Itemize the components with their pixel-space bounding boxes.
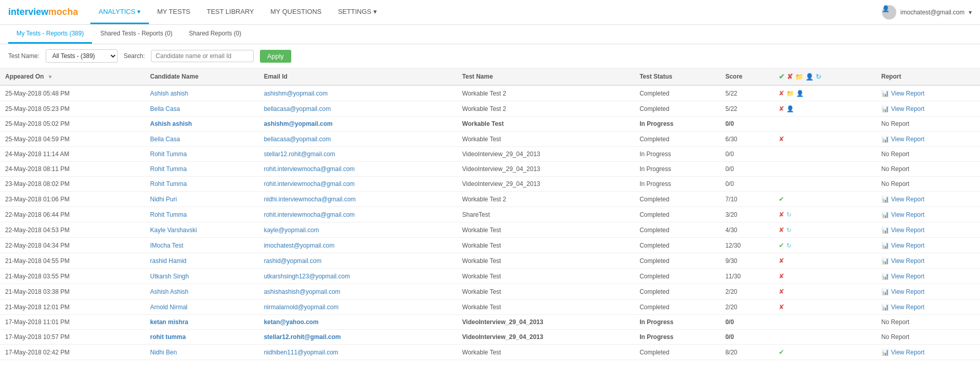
view-report-link[interactable]: 📊 View Report: [881, 105, 975, 112]
cell-candidate-name[interactable]: Rohit Tumma: [145, 177, 258, 192]
cell-report[interactable]: 📊 View Report: [876, 253, 980, 269]
candidate-name-link[interactable]: Rohit Tumma: [150, 165, 186, 173]
candidate-name-link[interactable]: Rohit Tumma: [150, 211, 186, 218]
view-report-link[interactable]: 📊 View Report: [881, 196, 975, 203]
view-report-link[interactable]: 📊 View Report: [881, 257, 975, 265]
x-icon[interactable]: ✘: [779, 303, 784, 311]
cell-candidate-name[interactable]: ketan mishra: [145, 315, 258, 330]
search-input[interactable]: [151, 50, 254, 62]
email-link[interactable]: rohit.interviewmocha@gmail.com: [264, 165, 355, 173]
cell-candidate-name[interactable]: Bella Casa: [145, 131, 258, 147]
candidate-name-link[interactable]: Ashish Ashish: [150, 288, 189, 295]
candidate-name-link[interactable]: ketan mishra: [150, 318, 188, 326]
header-folder-icon[interactable]: 📁: [795, 73, 803, 81]
tab-my-tests-reports[interactable]: My Tests - Reports (389): [8, 25, 92, 44]
view-report-link[interactable]: 📊 View Report: [881, 242, 975, 249]
cell-candidate-name[interactable]: Utkarsh Singh: [145, 269, 258, 284]
candidate-name-link[interactable]: Nidhi Ben: [150, 349, 177, 356]
email-link[interactable]: ashishashish@yopmail.com: [264, 288, 341, 295]
cell-candidate-name[interactable]: Nidhi Puri: [145, 192, 258, 207]
x-icon[interactable]: ✘: [779, 288, 784, 295]
refresh-icon[interactable]: ↻: [786, 242, 791, 249]
header-x-icon[interactable]: ✘: [787, 72, 793, 81]
x-icon[interactable]: ✘: [779, 105, 784, 112]
cell-candidate-name[interactable]: Ashish Ashish: [145, 284, 258, 299]
cell-candidate-name[interactable]: rohit tumma: [145, 330, 258, 345]
candidate-name-link[interactable]: Rohit Tumma: [150, 151, 186, 158]
email-link[interactable]: nidhi.interviewmocha@gmail.com: [264, 196, 356, 203]
candidate-name-link[interactable]: Kayle Varshavski: [150, 227, 197, 234]
cell-report[interactable]: 📊 View Report: [876, 207, 980, 222]
cell-candidate-name[interactable]: Rohit Tumma: [145, 207, 258, 222]
view-report-link[interactable]: 📊 View Report: [881, 273, 975, 280]
view-report-link[interactable]: 📊 View Report: [881, 304, 975, 311]
view-report-link[interactable]: 📊 View Report: [881, 211, 975, 218]
apply-button[interactable]: Apply: [260, 50, 291, 63]
cell-candidate-name[interactable]: rashid Hamid: [145, 253, 258, 269]
cell-report[interactable]: 📊 View Report: [876, 101, 980, 117]
view-report-link[interactable]: 📊 View Report: [881, 136, 975, 143]
cell-report[interactable]: 📊 View Report: [876, 269, 980, 284]
candidate-name-link[interactable]: rohit tumma: [150, 333, 185, 341]
user-icon[interactable]: 👤: [796, 90, 804, 97]
nav-test-library[interactable]: TEST LIBRARY: [199, 1, 262, 24]
view-report-link[interactable]: 📊 View Report: [881, 90, 975, 97]
folder-icon[interactable]: 📁: [786, 90, 794, 97]
email-link[interactable]: kayle@yopmail.com: [264, 227, 319, 234]
refresh-icon[interactable]: ↻: [786, 227, 791, 234]
x-icon[interactable]: ✘: [779, 135, 784, 143]
x-icon[interactable]: ✘: [779, 89, 784, 97]
cell-candidate-name[interactable]: Rohit Tumma: [145, 147, 258, 162]
candidate-name-link[interactable]: IMocha Test: [150, 242, 183, 249]
x-icon[interactable]: ✘: [779, 211, 784, 218]
tab-shared-tests-reports[interactable]: Shared Tests - Reports (0): [92, 25, 181, 44]
email-link[interactable]: nidhiben111@yopmail.com: [264, 349, 338, 356]
header-user-icon[interactable]: 👤: [805, 73, 814, 81]
candidate-name-link[interactable]: Ashish ashish: [150, 90, 188, 97]
x-icon[interactable]: ✘: [779, 272, 784, 280]
email-link[interactable]: rashid@yopmail.com: [264, 257, 322, 265]
cell-candidate-name[interactable]: Ashish ashish: [145, 117, 258, 131]
email-link[interactable]: utkarshsingh123@yopmail.com: [264, 273, 350, 280]
cell-candidate-name[interactable]: Nidhi Ben: [145, 345, 258, 360]
candidate-name-link[interactable]: Ashish ashish: [150, 120, 192, 127]
check-icon[interactable]: ✔: [779, 348, 784, 356]
email-link[interactable]: ashishm@yopmail.com: [264, 90, 328, 97]
nav-analytics[interactable]: ANALYTICS ▾: [90, 1, 149, 24]
x-icon[interactable]: ✘: [779, 226, 784, 234]
cell-report[interactable]: 📊 View Report: [876, 222, 980, 238]
check-icon[interactable]: ✔: [779, 241, 784, 249]
candidate-name-link[interactable]: rashid Hamid: [150, 257, 186, 265]
cell-report[interactable]: 📊 View Report: [876, 192, 980, 207]
col-appeared-on[interactable]: Appeared On ▼: [0, 68, 145, 85]
user-dropdown-icon[interactable]: ▾: [969, 9, 972, 16]
cell-candidate-name[interactable]: Kayle Varshavski: [145, 222, 258, 238]
candidate-name-link[interactable]: Arnold Nirmal: [150, 304, 187, 311]
email-link[interactable]: bellacasa@yopmail.com: [264, 105, 331, 112]
cell-report[interactable]: 📊 View Report: [876, 131, 980, 147]
email-link[interactable]: nirmalarnold@yopmail.com: [264, 304, 339, 311]
email-link[interactable]: rohit.interviewmocha@gmail.com: [264, 180, 355, 187]
email-link[interactable]: bellacasa@yopmail.com: [264, 136, 331, 143]
view-report-link[interactable]: 📊 View Report: [881, 349, 975, 356]
email-link[interactable]: ashishm@yopmail.com: [264, 120, 333, 127]
candidate-name-link[interactable]: Bella Casa: [150, 136, 180, 143]
cell-report[interactable]: 📊 View Report: [876, 345, 980, 360]
user-icon[interactable]: 👤: [786, 105, 794, 112]
cell-report[interactable]: 📊 View Report: [876, 284, 980, 299]
candidate-name-link[interactable]: Bella Casa: [150, 105, 180, 112]
nav-my-questions[interactable]: MY QUESTIONS: [262, 1, 330, 24]
candidate-name-link[interactable]: Nidhi Puri: [150, 196, 177, 203]
cell-candidate-name[interactable]: Bella Casa: [145, 101, 258, 117]
cell-candidate-name[interactable]: Ashish ashish: [145, 85, 258, 101]
x-icon[interactable]: ✘: [779, 257, 784, 265]
email-link[interactable]: rohit.interviewmocha@gmail.com: [264, 211, 355, 218]
email-link[interactable]: imochatest@yopmail.com: [264, 242, 335, 249]
cell-report[interactable]: 📊 View Report: [876, 299, 980, 315]
header-refresh-icon[interactable]: ↻: [816, 73, 821, 81]
check-icon[interactable]: ✔: [779, 195, 784, 203]
cell-report[interactable]: 📊 View Report: [876, 85, 980, 101]
cell-report[interactable]: 📊 View Report: [876, 238, 980, 253]
nav-settings[interactable]: SETTINGS ▾: [330, 1, 385, 24]
email-link[interactable]: stellar12.rohit@gmail.com: [264, 333, 341, 341]
